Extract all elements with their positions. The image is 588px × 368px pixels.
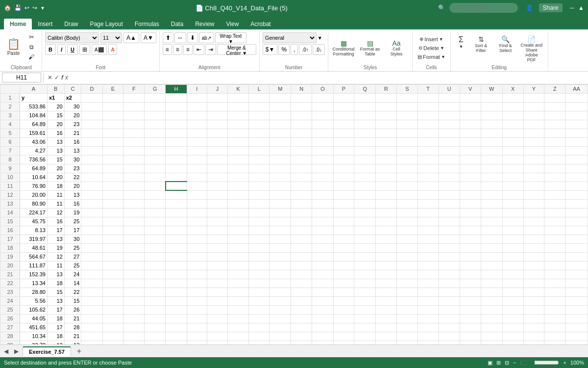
cell-X8[interactable] bbox=[502, 155, 523, 164]
cell-V23[interactable] bbox=[460, 288, 481, 296]
cell-Y11[interactable] bbox=[523, 182, 544, 190]
tab-page-layout[interactable]: Page Layout bbox=[84, 19, 128, 29]
cell-L4[interactable] bbox=[249, 120, 270, 129]
cell-A15[interactable]: 45.75 bbox=[20, 217, 48, 226]
cell-L6[interactable] bbox=[249, 137, 270, 146]
cell-S18[interactable] bbox=[396, 243, 417, 252]
col-header-N[interactable]: N bbox=[291, 84, 312, 93]
cell-B24[interactable]: 13 bbox=[47, 296, 64, 305]
cell-H7[interactable] bbox=[166, 146, 187, 155]
cell-J18[interactable] bbox=[207, 243, 227, 252]
cell-G20[interactable] bbox=[145, 261, 166, 270]
cell-B14[interactable]: 12 bbox=[47, 208, 64, 217]
cell-G19[interactable] bbox=[145, 252, 166, 261]
cell-O14[interactable] bbox=[312, 208, 333, 217]
col-header-A[interactable]: A bbox=[20, 84, 48, 93]
cell-Y5[interactable] bbox=[523, 129, 544, 137]
cell-Y6[interactable] bbox=[523, 137, 544, 146]
cell-O10[interactable] bbox=[312, 173, 333, 182]
cell-P23[interactable] bbox=[333, 288, 354, 296]
cell-N7[interactable] bbox=[291, 146, 312, 155]
cell-V17[interactable] bbox=[460, 235, 481, 243]
cell-Y7[interactable] bbox=[523, 146, 544, 155]
cell-P20[interactable] bbox=[333, 261, 354, 270]
cell-R20[interactable] bbox=[375, 261, 396, 270]
cell-O3[interactable] bbox=[312, 111, 333, 120]
cell-J17[interactable] bbox=[207, 235, 227, 243]
copy-button[interactable]: ⧉ bbox=[24, 43, 39, 52]
cell-R16[interactable] bbox=[375, 226, 396, 235]
cell-R14[interactable] bbox=[375, 208, 396, 217]
cell-Q16[interactable] bbox=[354, 226, 375, 235]
cell-X26[interactable] bbox=[502, 314, 523, 323]
cell-D3[interactable] bbox=[81, 111, 102, 120]
cell-R28[interactable] bbox=[375, 332, 396, 341]
cell-AA14[interactable] bbox=[565, 208, 588, 217]
cell-Y12[interactable] bbox=[523, 190, 544, 199]
cell-A9[interactable]: 64.89 bbox=[20, 164, 48, 173]
cell-Q3[interactable] bbox=[354, 111, 375, 120]
cell-A24[interactable]: 5.56 bbox=[20, 296, 48, 305]
cell-Z5[interactable] bbox=[544, 129, 565, 137]
cell-B22[interactable]: 18 bbox=[47, 279, 64, 288]
cell-B25[interactable]: 17 bbox=[47, 305, 64, 314]
cell-N28[interactable] bbox=[291, 332, 312, 341]
cell-U9[interactable] bbox=[439, 164, 460, 173]
cell-P2[interactable] bbox=[333, 102, 354, 111]
cell-F26[interactable] bbox=[123, 314, 145, 323]
cell-P13[interactable] bbox=[333, 199, 354, 208]
cell-Q29[interactable] bbox=[354, 341, 375, 344]
cell-N3[interactable] bbox=[291, 111, 312, 120]
cell-J1[interactable] bbox=[207, 93, 227, 102]
cell-F1[interactable] bbox=[123, 93, 145, 102]
cell-B1[interactable]: x1 bbox=[47, 93, 64, 102]
cell-U26[interactable] bbox=[439, 314, 460, 323]
cell-I22[interactable] bbox=[187, 279, 207, 288]
cell-I1[interactable] bbox=[187, 93, 207, 102]
cell-X1[interactable] bbox=[502, 93, 523, 102]
cell-O23[interactable] bbox=[312, 288, 333, 296]
cell-L2[interactable] bbox=[249, 102, 270, 111]
cell-I16[interactable] bbox=[187, 226, 207, 235]
cell-M11[interactable] bbox=[270, 182, 291, 190]
cell-T15[interactable] bbox=[417, 217, 439, 226]
cell-H1[interactable] bbox=[166, 93, 187, 102]
sort-filter-button[interactable]: ⇅ Sort & Filter bbox=[469, 34, 493, 54]
next-sheet-icon[interactable]: ▶ bbox=[12, 347, 21, 356]
cell-R12[interactable] bbox=[375, 190, 396, 199]
cell-C7[interactable]: 13 bbox=[64, 146, 81, 155]
cell-C25[interactable]: 26 bbox=[64, 305, 81, 314]
cell-P9[interactable] bbox=[333, 164, 354, 173]
cell-P19[interactable] bbox=[333, 252, 354, 261]
cell-D17[interactable] bbox=[81, 235, 102, 243]
cell-M16[interactable] bbox=[270, 226, 291, 235]
cell-M20[interactable] bbox=[270, 261, 291, 270]
cell-G14[interactable] bbox=[145, 208, 166, 217]
cell-Z15[interactable] bbox=[544, 217, 565, 226]
cell-I9[interactable] bbox=[187, 164, 207, 173]
cell-Q6[interactable] bbox=[354, 137, 375, 146]
cell-G1[interactable] bbox=[145, 93, 166, 102]
cell-X16[interactable] bbox=[502, 226, 523, 235]
cell-S11[interactable] bbox=[396, 182, 417, 190]
cell-M19[interactable] bbox=[270, 252, 291, 261]
cell-R7[interactable] bbox=[375, 146, 396, 155]
cell-T23[interactable] bbox=[417, 288, 439, 296]
row-num-9[interactable]: 9 bbox=[0, 164, 20, 173]
percent-button[interactable]: % bbox=[278, 44, 290, 55]
cell-F25[interactable] bbox=[123, 305, 145, 314]
cell-X17[interactable] bbox=[502, 235, 523, 243]
cell-T18[interactable] bbox=[417, 243, 439, 252]
cell-B29[interactable]: 12 bbox=[47, 341, 64, 344]
cell-P11[interactable] bbox=[333, 182, 354, 190]
cell-P18[interactable] bbox=[333, 243, 354, 252]
cell-P21[interactable] bbox=[333, 270, 354, 279]
align-right-button[interactable]: ≡ bbox=[183, 44, 193, 55]
row-num-22[interactable]: 22 bbox=[0, 279, 20, 288]
cell-I26[interactable] bbox=[187, 314, 207, 323]
cell-U11[interactable] bbox=[439, 182, 460, 190]
cell-U4[interactable] bbox=[439, 120, 460, 129]
cell-S27[interactable] bbox=[396, 323, 417, 332]
col-header-F[interactable]: F bbox=[123, 84, 145, 93]
cell-J20[interactable] bbox=[207, 261, 227, 270]
